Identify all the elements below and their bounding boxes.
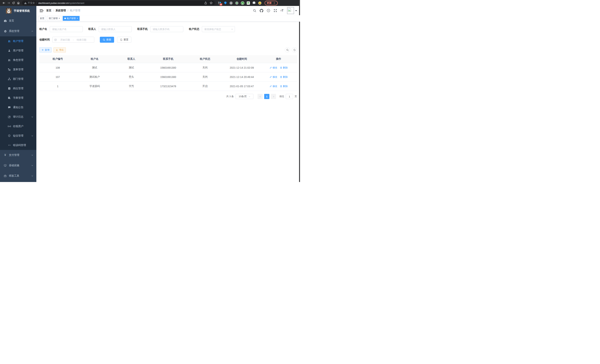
sidebar-item-online-users[interactable]: 在线用户 [0,121,36,131]
balloon-icon [224,1,227,5]
prev-page-button[interactable] [258,94,263,99]
sidebar-item-dict[interactable]: 字典管理 [0,93,36,103]
sidebar-item-home[interactable]: 首页 [0,16,36,26]
sidebar-item-payment[interactable]: ¥ 支付管理 [0,150,36,160]
end-date-input[interactable] [74,38,89,41]
chevron-right-icon [272,95,275,98]
screen: 不安全 dashboard.yudao.iocoder.cn/system/te… [0,0,300,182]
edit-link[interactable]: 修改 [270,66,277,69]
close-icon[interactable]: × [77,17,78,19]
reset-button[interactable]: 重置 [117,37,131,43]
breadcrumb-system[interactable]: 系统管理 [56,9,66,12]
sidebar-item-role[interactable]: 角色管理 [0,55,36,65]
sidebar-item-notice[interactable]: 通知公告 [0,103,36,112]
fullscreen-button[interactable] [274,9,277,12]
extension-emoji-avatar[interactable] [258,1,262,5]
export-button[interactable]: 导出 [53,47,66,53]
cell-contact: 芋艿 [113,82,150,91]
extension-tabs-icon[interactable]: 10 [218,1,221,5]
sidebar-item-devtools[interactable]: 研发工具 [0,171,36,181]
cell-status: 关闭 [187,72,223,82]
tab-tenant[interactable]: 租户管理 × [63,16,80,21]
address-bar[interactable]: 不安全 dashboard.yudao.iocoder.cn/system/te… [22,0,215,5]
date-range-picker[interactable]: - [52,37,94,43]
sidebar-item-label: 研发工具 [9,174,19,177]
table-row: 1 芋道源码 芋艿 17321315478 开启 2021-01-05 17:0… [39,82,297,91]
breadcrumb-home[interactable]: 首页 [46,9,51,12]
pencil-icon [270,76,272,78]
sidebar-item-sms[interactable]: 短信管理 [0,131,36,140]
sidebar-item-label: 菜单管理 [13,68,23,71]
sidebar-item-audit-log[interactable]: 审计日志 [0,112,36,121]
page-1-button[interactable]: 1 [264,94,269,99]
sidebar-toggle-button[interactable] [40,9,43,12]
browser-home-button[interactable] [16,0,21,5]
bookmark-star-button[interactable] [210,1,213,4]
sidebar-logo[interactable]: 芋道管理系统 [0,6,36,16]
window-scrollbar[interactable] [299,0,300,182]
address-divider [36,2,37,4]
extension-command-icon[interactable]: ⌘ [229,1,233,5]
page-size-select[interactable]: 10条/页 [236,94,253,99]
sidebar-item-user[interactable]: 用户管理 [0,46,36,55]
text-size-button[interactable]: TT [281,9,283,12]
add-button[interactable]: 新增 [39,47,52,53]
sidebar-item-label: 错误码管理 [13,144,26,147]
breadcrumb-current: 租户管理 [70,9,80,12]
user-menu[interactable] [287,7,297,14]
cell-contact: 测试 [113,63,150,72]
rabbit-logo-icon [6,8,11,14]
browser-back-button[interactable] [1,0,6,5]
sidebar-item-tenant[interactable]: 租户管理 [0,36,36,46]
action-label: 修改 [272,75,277,79]
status-select[interactable] [202,26,235,32]
cell-created: 2021-12-14 20:49:44 [223,72,260,82]
show-search-button[interactable] [285,47,290,53]
sidebar-item-system[interactable]: 系统管理 [0,26,36,36]
sidebar-item-errcode[interactable]: 错误码管理 [0,140,36,150]
chevron-down-icon [31,175,33,177]
edit-link[interactable]: 修改 [270,84,277,88]
start-date-input[interactable] [58,38,73,41]
contact-input[interactable] [99,26,132,32]
tenant-name-input[interactable] [50,26,83,32]
sidebar-item-menu[interactable]: 菜单管理 [0,65,36,74]
browser-reload-button[interactable] [11,0,16,5]
mobile-input[interactable] [150,26,183,32]
delete-link[interactable]: 删除 [280,75,288,79]
next-page-button[interactable] [271,94,276,99]
update-label: 更新 [267,1,272,5]
header-search-button[interactable] [253,9,256,12]
delete-link[interactable]: 删除 [280,66,288,69]
svg-text:y: y [242,2,243,4]
browser-update-button[interactable]: 更新 ⋮ [264,1,278,5]
y-logo-icon: y [241,1,244,5]
puzzle-icon [253,1,256,5]
tab-label: 租户管理 [67,17,76,20]
goto-page-input[interactable] [286,94,293,99]
help-button[interactable]: ? [267,9,270,12]
sidebar-item-post[interactable]: 岗位管理 [0,84,36,93]
share-button[interactable] [204,1,207,4]
sidebar-item-dept[interactable]: 部门管理 [0,74,36,84]
extension-kite-icon[interactable] [224,1,227,5]
close-icon[interactable]: × [59,17,60,19]
github-button[interactable] [260,9,263,12]
refresh-table-button[interactable] [292,47,297,53]
extension-yapi-icon[interactable]: y [241,1,244,5]
goto-label: 前往 [279,95,284,98]
avatar [287,7,294,14]
extension-record-icon[interactable] [235,1,239,5]
filter-row-2: 创建时间 - 搜索 [39,37,297,43]
extension-puzzle-icon[interactable] [252,1,256,5]
tab-dept[interactable]: 部门管理 × [47,16,62,21]
calendar-icon [54,38,57,41]
browser-forward-button[interactable] [6,0,11,5]
sidebar-item-infra[interactable]: 基础设施 [0,160,36,171]
edit-link[interactable]: 修改 [270,75,277,79]
extension-chat-icon[interactable] [247,1,250,5]
col-status: 租户状态 [187,55,223,63]
search-button[interactable]: 搜索 [100,37,114,43]
delete-link[interactable]: 删除 [280,84,288,88]
tab-home[interactable]: 首页 [38,16,46,21]
